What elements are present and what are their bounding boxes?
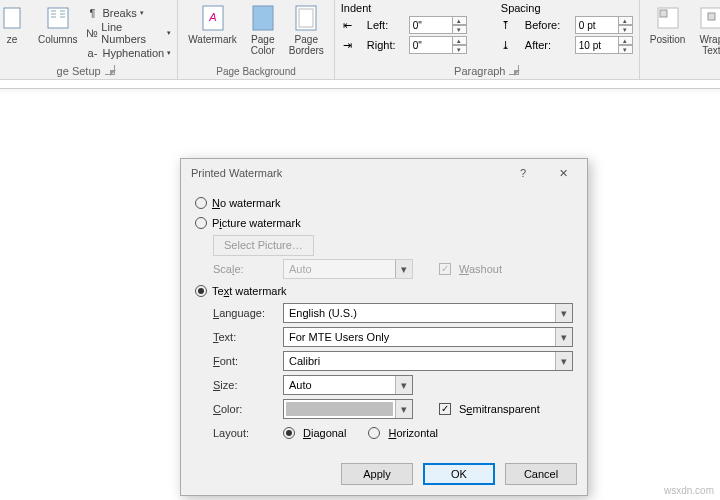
chevron-down-icon: ▾ (395, 400, 412, 418)
layout-diagonal-label: Diagonal (303, 427, 346, 439)
group-label-page-setup: ge Setup (57, 65, 101, 77)
page-color-button[interactable]: Page Color (245, 2, 281, 58)
indent-right-input[interactable]: ▴▾ (409, 36, 467, 54)
font-label: Font: (213, 355, 275, 367)
spacing-after-input[interactable]: ▴▾ (575, 36, 633, 54)
indent-left-label: Left: (367, 19, 397, 31)
apply-button[interactable]: Apply (341, 463, 413, 485)
font-combo[interactable]: Calibri▾ (283, 351, 573, 371)
indent-right-icon: ⇥ (341, 38, 355, 52)
group-paragraph: Indent Spacing ⇤ Left: ▴▾ ⤒ Before: ▴▾ ⇥… (335, 0, 640, 79)
help-button[interactable]: ? (503, 161, 543, 185)
chevron-down-icon: ▾ (395, 260, 412, 278)
wrap-text-button[interactable]: Wrap Text (693, 2, 720, 58)
watermark-button[interactable]: A Watermark (184, 2, 241, 47)
hyphenation-icon: a- (85, 46, 99, 60)
group-arrange: Position Wrap Text (640, 0, 720, 79)
option-picture-watermark[interactable]: Picture watermark (195, 213, 573, 233)
color-swatch (286, 402, 393, 416)
layout-horizontal-radio[interactable] (368, 427, 380, 439)
radio-icon (195, 285, 207, 297)
close-icon: ✕ (559, 167, 568, 180)
size-button[interactable]: ze (0, 2, 30, 47)
layout-horizontal-label: Horizontal (388, 427, 438, 439)
ribbon: ze Columns ¶Breaks▾ №Line Numbers▾ a-Hyp… (0, 0, 720, 80)
close-button[interactable]: ✕ (543, 161, 583, 185)
page-borders-button[interactable]: Page Borders (285, 2, 328, 58)
size-icon (0, 4, 26, 32)
chevron-down-icon: ▾ (555, 328, 572, 346)
color-combo[interactable]: ▾ (283, 399, 413, 419)
svg-rect-16 (708, 13, 715, 20)
indent-heading: Indent (341, 2, 471, 14)
washout-checkbox: ✓ (439, 263, 451, 275)
columns-button[interactable]: Columns (34, 2, 81, 47)
position-button[interactable]: Position (646, 2, 690, 47)
group-page-background: A Watermark Page Color Page Borders Page… (178, 0, 335, 79)
watermark-icon: A (199, 4, 227, 32)
text-label: Text: (213, 331, 275, 343)
semitransparent-checkbox[interactable]: ✓ (439, 403, 451, 415)
chevron-down-icon: ▾ (555, 352, 572, 370)
text-combo[interactable]: For MTE Users Only▾ (283, 327, 573, 347)
size-combo[interactable]: Auto▾ (283, 375, 413, 395)
line-numbers-icon: № (85, 26, 98, 40)
svg-rect-10 (253, 6, 273, 30)
cancel-button[interactable]: Cancel (505, 463, 577, 485)
indent-right-label: Right: (367, 39, 397, 51)
size-label: Size: (213, 379, 275, 391)
document-area (0, 88, 720, 138)
option-text-watermark[interactable]: Text watermark (195, 281, 573, 301)
language-combo[interactable]: English (U.S.)▾ (283, 303, 573, 323)
svg-rect-0 (4, 8, 20, 28)
select-picture-button: Select Picture… (213, 235, 314, 256)
ok-button[interactable]: OK (423, 463, 495, 485)
layout-label: Layout: (213, 427, 275, 439)
language-label: Language: (213, 307, 275, 319)
spacing-before-icon: ⤒ (499, 18, 513, 32)
printed-watermark-dialog: Printed Watermark ? ✕ NNo watermarko wat… (180, 158, 588, 496)
dialog-title: Printed Watermark (191, 167, 282, 179)
indent-left-input[interactable]: ▴▾ (409, 16, 467, 34)
color-label: Color: (213, 403, 275, 415)
hyphenation-button[interactable]: a-Hyphenation▾ (85, 44, 171, 62)
breaks-icon: ¶ (85, 6, 99, 20)
breaks-button[interactable]: ¶Breaks▾ (85, 4, 171, 22)
scale-label: Scale: (213, 263, 275, 275)
dialog-launcher-icon[interactable] (105, 65, 115, 75)
page-borders-icon (292, 4, 320, 32)
dialog-titlebar: Printed Watermark ? ✕ (181, 159, 587, 187)
dialog-launcher-icon[interactable] (509, 65, 519, 75)
spacing-before-label: Before: (525, 19, 563, 31)
radio-icon (195, 197, 207, 209)
chevron-down-icon: ▾ (555, 304, 572, 322)
page-color-icon (249, 4, 277, 32)
attribution: wsxdn.com (664, 485, 714, 496)
group-label-paragraph: Paragraph (454, 65, 505, 77)
spacing-after-label: After: (525, 39, 563, 51)
columns-icon (44, 4, 72, 32)
spacing-after-icon: ⤓ (499, 38, 513, 52)
semitransparent-label: Semitransparent (459, 403, 540, 415)
scale-combo: Auto▾ (283, 259, 413, 279)
spacing-heading: Spacing (501, 2, 541, 14)
position-icon (654, 4, 682, 32)
wrap-text-icon (697, 4, 720, 32)
svg-rect-14 (660, 10, 667, 17)
chevron-down-icon: ▾ (395, 376, 412, 394)
group-page-setup: ze Columns ¶Breaks▾ №Line Numbers▾ a-Hyp… (0, 0, 178, 79)
layout-diagonal-radio[interactable] (283, 427, 295, 439)
indent-left-icon: ⇤ (341, 18, 355, 32)
washout-label: Washout (459, 263, 502, 275)
option-no-watermark[interactable]: NNo watermarko watermark (195, 193, 573, 213)
group-label-page-bg: Page Background (184, 64, 328, 79)
line-numbers-button[interactable]: №Line Numbers▾ (85, 24, 171, 42)
radio-icon (195, 217, 207, 229)
svg-text:A: A (208, 11, 216, 23)
spacing-before-input[interactable]: ▴▾ (575, 16, 633, 34)
